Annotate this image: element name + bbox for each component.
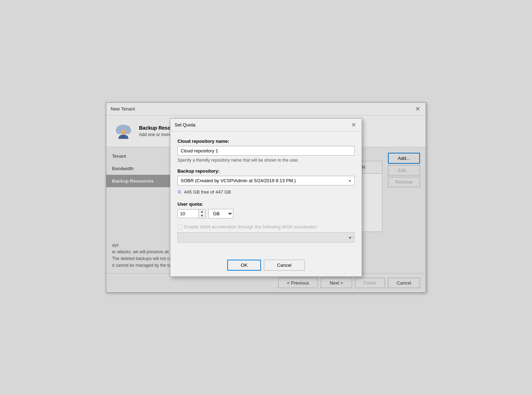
quota-dialog-overlay: Set Quota ✕ Cloud repository name: Speci…: [0, 0, 532, 395]
quota-dialog-title: Set Quota: [175, 122, 196, 128]
user-quota-label: User quota:: [177, 201, 355, 207]
quota-value-input[interactable]: [177, 209, 199, 218]
storage-icon: ≡: [177, 188, 181, 196]
quota-dialog: Set Quota ✕ Cloud repository name: Speci…: [170, 118, 362, 277]
wan-checkbox-label[interactable]: Enable WAN acceleration through the foll…: [177, 224, 355, 229]
quota-cancel-button[interactable]: Cancel: [264, 260, 304, 271]
quota-decrement-button[interactable]: ▼: [199, 214, 205, 218]
backup-repo-label: Backup repository:: [177, 168, 355, 174]
quota-spinner: ▲ ▼: [177, 209, 206, 218]
quota-footer: OK Cancel: [170, 255, 362, 276]
storage-info: ≡ 445 GB free of 447 GB: [177, 188, 355, 196]
wan-checkbox-text: Enable WAN acceleration through the foll…: [184, 224, 318, 229]
quota-close-button[interactable]: ✕: [350, 121, 357, 128]
quota-title-bar: Set Quota ✕: [170, 119, 362, 131]
cloud-repo-hint: Specify a friendly repository name that …: [177, 158, 355, 163]
quota-row: ▲ ▼ GB TB MB: [177, 209, 355, 218]
cloud-repo-name-input[interactable]: [177, 146, 355, 156]
cloud-repo-name-label: Cloud repository name:: [177, 139, 355, 144]
spinner-buttons: ▲ ▼: [199, 209, 206, 218]
quota-increment-button[interactable]: ▲: [199, 210, 205, 214]
quota-ok-button[interactable]: OK: [227, 260, 261, 271]
quota-content: Cloud repository name: Specify a friendl…: [170, 131, 362, 255]
wan-dropdown: ▼: [177, 232, 355, 243]
wan-dropdown-wrapper: ▼: [177, 232, 355, 243]
wan-accelerator-select[interactable]: [177, 232, 355, 243]
backup-repo-dropdown-wrapper: SOBR (Created by VCSP\Admin at 5/24/2019…: [177, 176, 355, 185]
quota-unit-select[interactable]: GB TB MB: [208, 209, 233, 218]
backup-repo-select[interactable]: SOBR (Created by VCSP\Admin at 5/24/2019…: [177, 176, 355, 185]
storage-info-text: 445 GB free of 447 GB: [184, 189, 231, 195]
wan-checkbox[interactable]: [177, 224, 182, 229]
wan-section: Enable WAN acceleration through the foll…: [177, 224, 355, 243]
